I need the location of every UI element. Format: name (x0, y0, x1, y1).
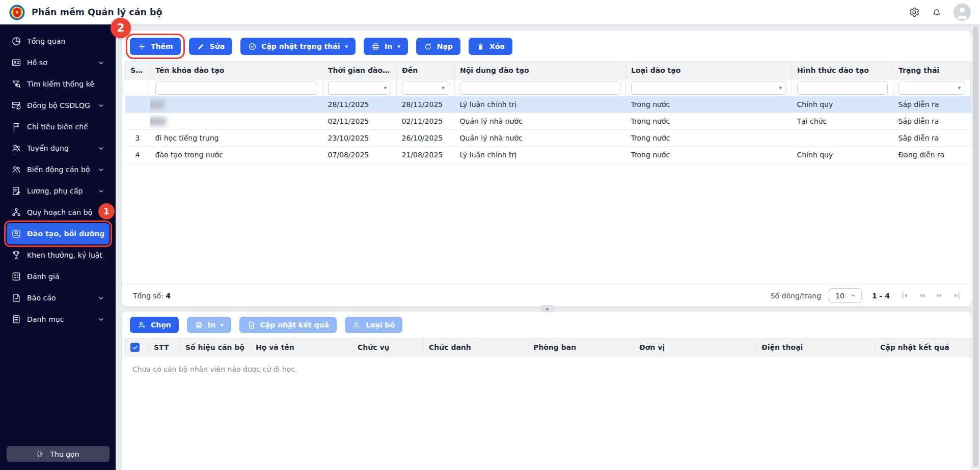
cell-end: 02/11/2025 (397, 113, 455, 130)
filter-form-input[interactable] (797, 81, 888, 95)
annotation-step-1: 1 (98, 203, 115, 219)
page-size-select[interactable]: 10 (829, 288, 862, 303)
select-button[interactable]: Chọn (130, 317, 179, 333)
filter-status-select[interactable]: ▾ (899, 81, 965, 95)
sidebar-item-danh-gia[interactable]: Đánh giá (7, 266, 110, 287)
print-button[interactable]: In▾ (364, 38, 408, 55)
cell-stt: 4 (125, 147, 150, 163)
page-scrollbar[interactable] (971, 24, 980, 470)
redacted-text (150, 100, 165, 109)
cell-status: Sắp diễn ra (893, 96, 971, 113)
button-label: Loại bỏ (366, 321, 395, 329)
trash-icon (476, 42, 485, 51)
table-header-row: STTTên khóa đào tạoThời gian đào tạ...Đế… (125, 62, 971, 79)
filter-content-input[interactable] (460, 81, 620, 95)
sidebar-item-dao-tao-boi-duong[interactable]: Đào tạo, bồi dưỡng (7, 223, 110, 244)
training-icon (11, 229, 21, 239)
page-first-button[interactable] (900, 291, 910, 300)
plus-icon (138, 42, 146, 51)
sidebar-item-tim-kiem-thong-ke[interactable]: Tìm kiếm thống kê (7, 73, 110, 95)
user-avatar[interactable] (954, 4, 971, 21)
column-header: Số hiệu cán bộ (180, 339, 251, 356)
update-status-button[interactable]: Cập nhật trạng thái▾ (240, 38, 356, 55)
sidebar-item-bien-dong-can-bo[interactable]: Biến động cán bộ (7, 159, 110, 180)
cell-stt (125, 113, 150, 130)
table-row[interactable]: 3đi học tiếng trung23/10/202526/10/2025Q… (125, 130, 971, 147)
annotation-step-2: 2 (111, 18, 131, 38)
sidebar-item-luong-phu-cap[interactable]: Lương, phụ cấp (7, 180, 110, 202)
filter-start-select[interactable]: ▾ (328, 81, 391, 95)
page-next-button[interactable] (935, 291, 944, 300)
chevron-down-icon (97, 59, 105, 67)
sidebar-item-chi-tieu-bien-che[interactable]: Chỉ tiêu biên chế (7, 116, 110, 137)
flag-icon (11, 122, 21, 132)
collapse-sidebar-icon (37, 450, 45, 458)
button-label: Sửa (210, 42, 225, 50)
cell-content: Lý luận chính trị (455, 96, 626, 113)
sidebar-item-label: Quy hoạch cán bộ (27, 208, 92, 216)
filter-type-select[interactable]: ▾ (631, 81, 786, 95)
empty-message: Chưa có cán bộ nhân viên nào được cử đi … (122, 356, 971, 373)
sidebar-item-dong-bo-csdlqg[interactable]: Đồng bộ CSDLQG (7, 95, 110, 116)
app-logo (9, 5, 25, 20)
cell-stt: 3 (125, 130, 150, 147)
add-button[interactable]: Thêm (130, 38, 181, 55)
sidebar: Tổng quanHồ sơTìm kiếm thống kêĐồng bộ C… (0, 24, 116, 470)
sidebar-item-label: Chỉ tiêu biên chế (27, 123, 88, 131)
cell-start: 07/08/2025 (323, 147, 397, 163)
remove-button[interactable]: Loại bỏ (345, 317, 402, 333)
sidebar-item-bao-cao[interactable]: Báo cáo (7, 287, 110, 309)
scrollbar-thumb[interactable] (973, 26, 978, 467)
edit-button[interactable]: Sửa (189, 38, 233, 55)
page-prev-button[interactable] (917, 291, 927, 300)
table-row[interactable]: 02/11/202502/11/2025Quản lý nhà nướcTron… (125, 113, 971, 130)
column-header-start: Thời gian đào tạ... (323, 62, 397, 79)
update-result-button[interactable]: Cập nhật kết quả (239, 317, 337, 333)
print-staff-button[interactable]: In▾ (187, 317, 231, 333)
delete-button[interactable]: Xóa (469, 38, 512, 55)
chevron-down-icon (97, 102, 105, 109)
redacted-text (150, 117, 166, 126)
sidebar-menu: Tổng quanHồ sơTìm kiếm thống kêĐồng bộ C… (0, 24, 116, 330)
page-size-label: Số dòng/trang (771, 292, 821, 300)
planning-icon (11, 207, 21, 217)
sidebar-item-danh-muc[interactable]: Danh mục (7, 309, 110, 330)
reload-button[interactable]: Nạp (416, 38, 460, 55)
sidebar-item-tuyen-dung[interactable]: Tuyển dụng (7, 137, 110, 159)
panel-splitter[interactable] (540, 305, 554, 312)
column-header-type: Loại đào tạo (626, 62, 792, 79)
sidebar-item-label: Danh mục (27, 315, 64, 323)
header-actions (909, 4, 971, 21)
button-label: In (208, 321, 215, 329)
sidebar-item-label: Đào tạo, bồi dưỡng (27, 230, 104, 238)
filter-end-select[interactable]: ▾ (402, 81, 449, 95)
filter-name-input[interactable] (155, 81, 317, 95)
cell-form: Chính quy (792, 96, 893, 113)
cell-status: Đang diễn ra (893, 147, 971, 163)
filter-search-icon (11, 79, 21, 89)
filter-empty (125, 79, 150, 96)
chevron-down-icon (97, 145, 105, 152)
select-all-checkbox[interactable] (130, 343, 140, 352)
table-row[interactable]: 4đào tạo trong nước07/08/202521/08/2025L… (125, 147, 971, 163)
sidebar-item-tong-quan[interactable]: Tổng quan (7, 31, 110, 52)
table-row[interactable]: 28/11/202528/11/2025Lý luận chính trịTro… (125, 96, 971, 113)
caret-down-icon: ▾ (384, 85, 387, 91)
sidebar-item-ho-so[interactable]: Hồ sơ (7, 52, 110, 73)
column-header: Phòng ban (528, 339, 634, 356)
settings-gear-icon[interactable] (909, 7, 920, 18)
page-last-button[interactable] (952, 291, 962, 300)
chevron-down-icon (850, 292, 856, 299)
id-card-icon (11, 58, 21, 68)
notifications-bell-icon[interactable] (931, 7, 942, 18)
caret-down-icon: ▾ (958, 85, 961, 91)
sidebar-item-quy-hoach-can-bo[interactable]: Quy hoạch cán bộ (7, 202, 110, 223)
sidebar-collapse-button[interactable]: Thu gọn (7, 446, 110, 462)
cell-type: Trong nước (626, 130, 792, 147)
sidebar-item-khen-thuong-ky-luat[interactable]: Khen thưởng, kỷ luật (7, 244, 110, 266)
sidebar-item-label: Tuyển dụng (27, 144, 69, 152)
page-size-value: 10 (835, 292, 845, 300)
cell-end: 26/10/2025 (397, 130, 455, 147)
cell-stt (125, 96, 150, 113)
cell-type: Trong nước (626, 96, 792, 113)
